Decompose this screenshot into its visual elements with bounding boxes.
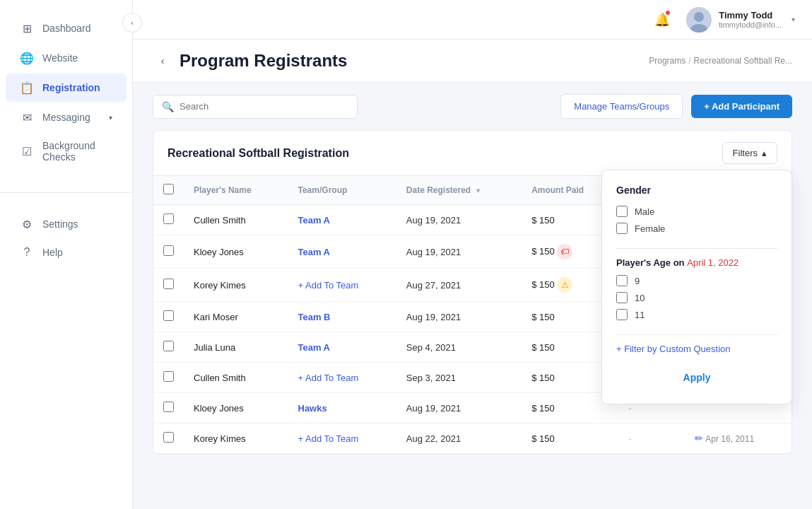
filter-panel: Gender Male Female Player's Age on April… xyxy=(601,170,792,404)
row-checkbox[interactable] xyxy=(163,279,174,289)
filter-apply-button[interactable]: Apply xyxy=(616,365,777,390)
row-checkbox[interactable] xyxy=(163,245,174,256)
sidebar-item-background-checks[interactable]: ☑ Background Checks xyxy=(6,133,126,170)
team-name: Hawks xyxy=(298,403,327,414)
amount-paid: $ 150 xyxy=(531,246,555,257)
sidebar-item-messaging[interactable]: ✉ Messaging ▾ xyxy=(6,103,126,131)
notification-button[interactable]: 🔔 xyxy=(649,7,675,33)
sidebar-item-dashboard[interactable]: ⊞ Dashboard xyxy=(6,14,126,42)
gender-female-checkbox[interactable] xyxy=(616,223,628,234)
svg-point-1 xyxy=(694,12,704,22)
row-checkbox-cell xyxy=(153,332,184,363)
gender-female-label[interactable]: Female xyxy=(635,223,665,234)
age-filter-date: April 1, 2022 xyxy=(687,257,739,268)
sidebar-item-website[interactable]: 🌐 Website xyxy=(6,44,126,72)
breadcrumb-sep: / xyxy=(688,56,690,66)
amount-paid: $ 150 xyxy=(531,373,555,383)
sidebar-item-label: Background Checks xyxy=(42,140,112,163)
amount-cell: $ 150 xyxy=(522,423,618,454)
page-header-left: ‹ Program Registrants xyxy=(153,51,347,71)
age-filter-label: Player's Age on April 1, 2022 xyxy=(616,257,777,268)
age-11-label[interactable]: 11 xyxy=(635,310,645,320)
row-checkbox[interactable] xyxy=(163,371,174,382)
main-content: 🔔 Timmy Todd timmytodd@info... ▾ ‹ Progr… xyxy=(133,0,812,509)
add-to-team-link[interactable]: + Add To Team xyxy=(298,280,359,291)
age-10-checkbox[interactable] xyxy=(616,292,628,303)
player-name: Cullen Smith xyxy=(194,373,246,383)
chevron-down-icon: ▾ xyxy=(109,114,112,122)
date-cell: Aug 19, 2021 xyxy=(396,393,522,423)
add-participant-button[interactable]: + Add Participant xyxy=(691,95,792,118)
team-cell: Team A xyxy=(288,205,396,235)
row-checkbox-cell xyxy=(153,269,184,302)
sidebar-collapse-button[interactable]: ‹ xyxy=(122,13,142,33)
date-cell: Aug 19, 2021 xyxy=(396,302,522,332)
amount-paid: $ 150 xyxy=(531,403,555,414)
sidebar-item-label: Messaging xyxy=(42,112,90,123)
row-checkbox-cell xyxy=(153,393,184,423)
age-10-label[interactable]: 10 xyxy=(635,293,645,303)
date-registered: Sep 4, 2021 xyxy=(406,342,456,353)
warning-icon: 🏷 xyxy=(557,244,572,259)
player-name-cell: Julia Luna xyxy=(184,332,288,363)
avatar xyxy=(686,7,712,33)
user-menu[interactable]: Timmy Todd timmytodd@info... ▾ xyxy=(686,7,795,33)
date-cell: Aug 27, 2021 xyxy=(396,269,522,302)
player-name-cell: Korey Kimes xyxy=(184,269,288,302)
date-cell: Aug 19, 2021 xyxy=(396,235,522,269)
edit-icon[interactable]: ✏ xyxy=(695,433,703,444)
background-checks-icon: ☑ xyxy=(20,144,34,158)
row-checkbox[interactable] xyxy=(163,341,174,351)
row-checkbox[interactable] xyxy=(163,402,174,412)
add-to-team-link[interactable]: + Add To Team xyxy=(298,373,359,383)
back-button[interactable]: ‹ xyxy=(153,51,172,71)
row-checkbox[interactable] xyxy=(163,432,174,443)
date-cell: Sep 3, 2021 xyxy=(396,363,522,393)
user-info: Timmy Todd timmytodd@info... xyxy=(719,10,782,29)
add-to-team-link[interactable]: + Add To Team xyxy=(298,433,359,444)
refund-cell: - xyxy=(618,423,684,454)
topbar: 🔔 Timmy Todd timmytodd@info... ▾ xyxy=(133,0,812,40)
alert-icon: ⚠ xyxy=(557,277,572,293)
team-name: Team A xyxy=(298,342,331,353)
player-name-cell: Cullen Smith xyxy=(184,363,288,393)
search-input[interactable] xyxy=(180,101,348,112)
sidebar-item-label: Settings xyxy=(42,218,78,230)
player-name-cell: Kari Moser xyxy=(184,302,288,332)
amount-paid: $ 150 xyxy=(531,312,555,322)
row-checkbox-cell xyxy=(153,235,184,269)
player-name-cell: Cullen Smith xyxy=(184,205,288,235)
breadcrumb-current: Recreational Softball Re... xyxy=(694,56,792,66)
chevron-up-icon: ▴ xyxy=(762,148,767,158)
player-name: Korey Kimes xyxy=(194,433,246,444)
filter-panel-title: Gender xyxy=(616,185,777,196)
col-team-group: Team/Group xyxy=(288,176,396,205)
sidebar-item-registration[interactable]: 📋 Registration xyxy=(6,74,126,102)
row-checkbox[interactable] xyxy=(163,310,174,321)
date-registered: Aug 19, 2021 xyxy=(406,312,461,322)
player-name-cell: Kloey Jones xyxy=(184,235,288,269)
player-name: Kari Moser xyxy=(194,312,238,322)
manage-teams-button[interactable]: Manage Teams/Groups xyxy=(560,94,683,119)
search-box[interactable]: 🔍 xyxy=(153,95,358,119)
gender-male-label[interactable]: Male xyxy=(635,206,654,217)
user-email: timmytodd@info... xyxy=(719,21,782,29)
gender-male-checkbox[interactable] xyxy=(616,206,628,217)
row-checkbox[interactable] xyxy=(163,213,174,224)
date-registered: Aug 22, 2021 xyxy=(406,433,461,444)
help-icon: ? xyxy=(20,245,34,259)
filters-button[interactable]: Filters ▴ xyxy=(722,142,777,164)
select-all-checkbox[interactable] xyxy=(163,184,174,194)
amount-paid: $ 150 xyxy=(531,279,555,290)
edit-cell: ✏ Apr 16, 2011 xyxy=(685,423,792,454)
date-cell: Aug 22, 2021 xyxy=(396,423,522,454)
custom-filter-link[interactable]: + Filter by Custom Question xyxy=(616,344,777,354)
age-11-checkbox[interactable] xyxy=(616,309,628,320)
age-9-label[interactable]: 9 xyxy=(635,276,640,286)
age-9-checkbox[interactable] xyxy=(616,275,628,286)
sidebar-item-help[interactable]: ? Help xyxy=(6,238,126,267)
date-cell: Sep 4, 2021 xyxy=(396,332,522,363)
registration-icon: 📋 xyxy=(20,81,34,95)
website-icon: 🌐 xyxy=(20,51,34,65)
sidebar-item-settings[interactable]: ⚙ Settings xyxy=(6,210,126,238)
